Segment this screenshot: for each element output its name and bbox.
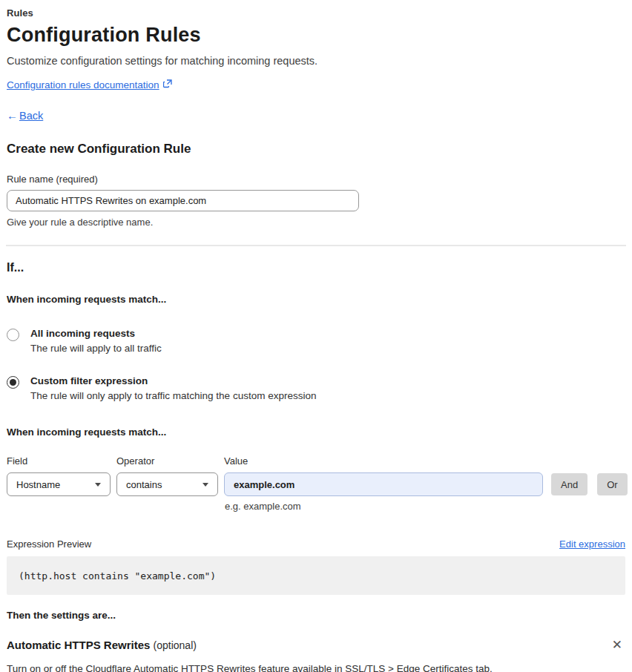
- match-type-label: When incoming requests match...: [7, 294, 625, 305]
- operator-select-value: contains: [126, 479, 162, 490]
- operator-select[interactable]: contains: [116, 472, 218, 496]
- then-settings-label: Then the settings are...: [7, 610, 625, 621]
- documentation-link[interactable]: Configuration rules documentation: [7, 79, 172, 90]
- radio-all-description: The rule will apply to all traffic: [30, 343, 162, 354]
- back-link-label: Back: [19, 110, 43, 122]
- field-select-value: Hostname: [16, 479, 60, 490]
- expression-builder-label: When incoming requests match...: [7, 426, 625, 438]
- back-link[interactable]: ← Back: [7, 109, 43, 122]
- setting-description: Turn on or off the Cloudflare Automatic …: [7, 663, 625, 672]
- operator-column-label: Operator: [116, 455, 218, 467]
- field-select[interactable]: Hostname: [7, 472, 111, 496]
- rule-name-label: Rule name (required): [7, 174, 625, 185]
- setting-optional-tag: (optional): [154, 639, 197, 651]
- close-icon[interactable]: ✕: [609, 637, 625, 653]
- match-type-radio-group: All incoming requests The rule will appl…: [7, 328, 625, 401]
- and-button[interactable]: And: [551, 473, 587, 495]
- page-title: Configuration Rules: [7, 24, 625, 47]
- external-link-icon: [163, 79, 172, 90]
- radio-all-label: All incoming requests: [30, 328, 162, 339]
- value-column-label: Value: [224, 455, 543, 467]
- or-button[interactable]: Or: [597, 473, 627, 495]
- rule-name-input[interactable]: [7, 190, 359, 211]
- value-hint: e.g. example.com: [225, 501, 625, 512]
- page-subtitle: Customize configuration settings for mat…: [7, 55, 625, 67]
- breadcrumb: Rules: [7, 7, 625, 19]
- chevron-down-icon: [95, 483, 101, 487]
- rule-name-help: Give your rule a descriptive name.: [7, 217, 625, 228]
- expression-preview-label: Expression Preview: [7, 538, 91, 550]
- radio-circle-icon: [7, 376, 19, 389]
- if-heading: If...: [7, 261, 625, 274]
- field-column-label: Field: [7, 455, 111, 467]
- configuration-rules-page: Rules Configuration Rules Customize conf…: [0, 0, 632, 672]
- chevron-down-icon: [203, 483, 208, 487]
- setting-name: Automatic HTTPS Rewrites (optional): [7, 639, 197, 651]
- radio-circle-icon: [7, 329, 19, 341]
- expression-preview-code: (http.host contains "example.com"): [7, 556, 625, 595]
- setting-name-text: Automatic HTTPS Rewrites: [7, 639, 150, 651]
- radio-custom-description: The rule will only apply to traffic matc…: [30, 390, 316, 401]
- documentation-link-label: Configuration rules documentation: [7, 79, 159, 90]
- expression-builder-row: Field Hostname Operator contains Value A…: [7, 455, 625, 496]
- value-input[interactable]: [224, 472, 543, 496]
- create-rule-heading: Create new Configuration Rule: [7, 142, 625, 157]
- radio-custom-filter-expression[interactable]: Custom filter expression The rule will o…: [7, 375, 625, 401]
- radio-all-incoming-requests[interactable]: All incoming requests The rule will appl…: [7, 328, 625, 354]
- edit-expression-link[interactable]: Edit expression: [559, 538, 625, 550]
- radio-custom-label: Custom filter expression: [30, 375, 316, 386]
- section-divider: [6, 245, 626, 246]
- back-arrow-icon: ←: [7, 109, 18, 122]
